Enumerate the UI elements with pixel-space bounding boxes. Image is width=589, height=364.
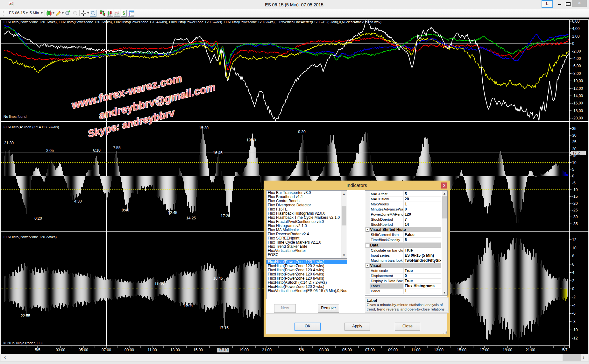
svg-text:07:00: 07:00 <box>102 348 111 352</box>
svg-text:-12: -12 <box>572 336 578 340</box>
svg-text:21:30: 21:30 <box>4 141 14 145</box>
svg-text:-8: -8 <box>572 319 576 324</box>
svg-text:FluxHisto(PowerZone 120 1-wks): FluxHisto(PowerZone 120 1-wks), FluxHist… <box>4 20 222 24</box>
svg-text:17:10: 17:10 <box>218 348 228 352</box>
svg-text:0:20: 0:20 <box>34 216 42 221</box>
svg-text:8: 8 <box>572 254 574 258</box>
svg-text:-6: -6 <box>572 311 576 316</box>
svg-text:8:40: 8:40 <box>122 208 129 212</box>
svg-text:17,2: 17,2 <box>572 151 580 155</box>
svg-text:2:05: 2:05 <box>46 148 54 153</box>
svg-text:-4: -4 <box>572 303 576 308</box>
svg-text:-15: -15 <box>572 194 578 199</box>
svg-text:-10: -10 <box>572 188 578 192</box>
svg-text:09:00: 09:00 <box>124 348 134 352</box>
svg-text:6: 6 <box>572 262 574 267</box>
svg-text:-20,00: -20,00 <box>572 116 583 120</box>
svg-text:No lines found: No lines found <box>4 115 26 118</box>
svg-text:-8,00: -8,00 <box>572 71 581 76</box>
svg-text:11:00: 11:00 <box>147 348 157 352</box>
svg-text:4,00: 4,00 <box>572 26 580 31</box>
svg-text:12:45: 12:45 <box>168 211 177 215</box>
svg-text:11:35: 11:35 <box>154 282 164 286</box>
svg-text:17:20: 17:20 <box>221 214 230 218</box>
svg-text:-14,00: -14,00 <box>572 94 583 98</box>
svg-text:13:00: 13:00 <box>170 348 180 352</box>
svg-text:5/7: 5/7 <box>562 348 568 352</box>
svg-text:16:45: 16:45 <box>213 151 223 155</box>
svg-text:05:00: 05:00 <box>79 348 88 352</box>
svg-text:15:30: 15:30 <box>199 126 209 130</box>
svg-text:07:00: 07:00 <box>365 348 375 352</box>
svg-text:-2,00: -2,00 <box>572 49 581 54</box>
svg-text:2: 2 <box>572 279 574 283</box>
svg-text:FluxHisto(AStoch (K:14 D:7 2-w: FluxHisto(AStoch (K:14 D:7 2-wks) <box>4 125 59 129</box>
svg-text:-4,00: -4,00 <box>572 56 581 61</box>
svg-text:14:05: 14:05 <box>183 303 193 308</box>
svg-text:6:10: 6:10 <box>93 148 101 153</box>
svg-text:5/6: 5/6 <box>299 348 304 352</box>
svg-text:12: 12 <box>572 238 577 242</box>
svg-text:0: 0 <box>572 174 574 178</box>
svg-text:-16,00: -16,00 <box>572 101 583 105</box>
svg-text:21:00: 21:00 <box>526 348 535 352</box>
svg-text:22:55: 22:55 <box>21 314 30 318</box>
svg-text:0: 0 <box>572 41 574 46</box>
svg-text:15:00: 15:00 <box>457 348 466 352</box>
svg-text:30: 30 <box>572 133 577 138</box>
svg-text:-35: -35 <box>572 222 578 226</box>
svg-text:5/5: 5/5 <box>35 348 40 352</box>
svg-text:05:00: 05:00 <box>342 348 352 352</box>
svg-text:-10: -10 <box>572 328 578 332</box>
svg-text:7:55: 7:55 <box>113 146 121 150</box>
svg-text:2,00: 2,00 <box>572 34 580 39</box>
svg-text:19:40: 19:40 <box>246 138 256 142</box>
svg-text:11:00: 11:00 <box>411 348 420 352</box>
svg-text:25: 25 <box>572 140 577 144</box>
svg-text:19:00: 19:00 <box>239 348 249 352</box>
svg-text:FluxHisto(PowerZone 120 2-wks): FluxHisto(PowerZone 120 2-wks) <box>4 235 57 239</box>
svg-text:09:00: 09:00 <box>388 348 398 352</box>
svg-text:-20: -20 <box>572 201 578 206</box>
svg-text:13:00: 13:00 <box>434 348 444 352</box>
svg-text:0: 0 <box>572 287 574 291</box>
svg-text:10: 10 <box>572 161 577 165</box>
svg-text:17:00: 17:00 <box>480 348 489 352</box>
svg-text:-18,00: -18,00 <box>572 109 583 113</box>
svg-text:0:20: 0:20 <box>298 130 306 134</box>
svg-text:21:00: 21:00 <box>262 348 272 352</box>
svg-text:-12,00: -12,00 <box>572 86 583 91</box>
svg-text:16:45: 16:45 <box>213 276 223 281</box>
svg-text:-2: -2 <box>572 295 576 299</box>
svg-text:03:00: 03:00 <box>319 348 329 352</box>
svg-text:4:30: 4:30 <box>74 199 82 203</box>
svg-text:FluxHisto(PowerZone 120 8-wks): FluxHisto(PowerZone 120 8-wks), FluxVert… <box>224 20 381 24</box>
svg-text:© 2015 NinjaTrader, LLC: © 2015 NinjaTrader, LLC <box>4 341 43 345</box>
svg-text:-6,00: -6,00 <box>572 64 581 68</box>
svg-text:-10,00: -10,00 <box>572 79 583 83</box>
svg-text:-5: -5 <box>572 181 576 185</box>
svg-text:-25: -25 <box>572 208 578 212</box>
svg-text:10: 10 <box>572 246 577 250</box>
svg-text:19:00: 19:00 <box>503 348 512 352</box>
svg-text:14:25: 14:25 <box>186 216 196 220</box>
svg-text:5: 5 <box>572 167 574 172</box>
svg-text:$: $ <box>123 11 125 16</box>
svg-text:03:00: 03:00 <box>56 348 65 352</box>
svg-text:17:15: 17:15 <box>219 326 229 330</box>
svg-text:4: 4 <box>572 270 574 275</box>
svg-text:35: 35 <box>572 126 577 131</box>
svg-text:15:00: 15:00 <box>193 348 203 352</box>
svg-text:-30: -30 <box>572 215 578 219</box>
svg-text:6,00: 6,00 <box>572 19 580 24</box>
